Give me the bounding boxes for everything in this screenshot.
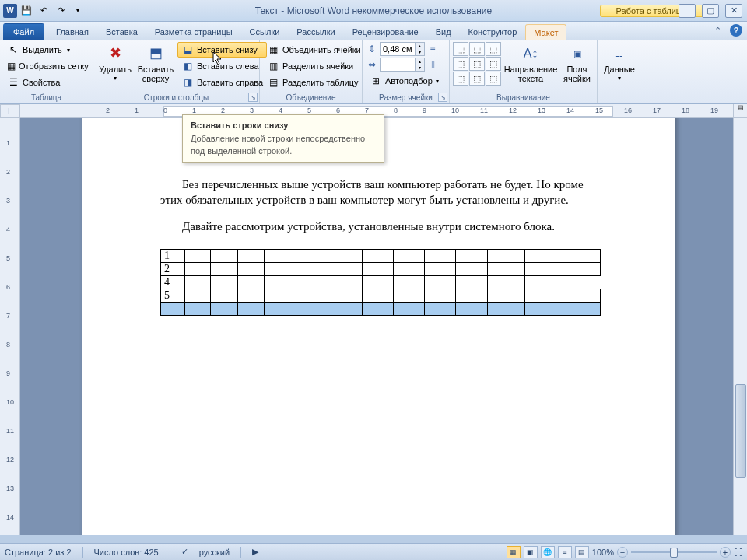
tab-table-design[interactable]: Конструктор — [460, 23, 526, 40]
table-cell[interactable] — [424, 289, 456, 302]
table-cell[interactable] — [265, 289, 363, 302]
insert-left-button[interactable]: ◧Вставить слева — [177, 58, 267, 74]
tab-page-layout[interactable]: Разметка страницы — [146, 23, 241, 40]
document-area[interactable]: 4.Видеокарта 5.Звуковая карта 6.Жесткий … — [20, 118, 733, 535]
table-cell[interactable] — [563, 262, 600, 275]
table-cell[interactable] — [394, 289, 424, 302]
col-width-field[interactable] — [381, 58, 415, 71]
insert-right-button[interactable]: ◨Вставить справа — [177, 75, 267, 90]
table-cell[interactable] — [525, 262, 563, 275]
table-cell[interactable]: 2 — [161, 262, 185, 275]
table-cell[interactable] — [525, 302, 563, 315]
view-draft[interactable]: ▤ — [575, 546, 589, 558]
spin-down-icon[interactable]: ▾ — [415, 65, 424, 71]
tab-table-layout[interactable]: Макет — [525, 24, 566, 40]
table-cell[interactable] — [211, 262, 237, 275]
row-height-field[interactable] — [381, 43, 415, 55]
split-cells-button[interactable]: ▥Разделить ячейки — [263, 58, 365, 74]
align-mr[interactable]: ⬚ — [486, 57, 501, 71]
page-status[interactable]: Страница: 2 из 2 — [5, 548, 72, 557]
table-cell[interactable] — [563, 289, 600, 302]
table-cell[interactable] — [525, 249, 563, 262]
tab-home[interactable]: Главная — [47, 23, 97, 40]
table-cell[interactable]: 4 — [161, 275, 185, 289]
table-cell[interactable] — [185, 275, 211, 289]
table-cell[interactable] — [563, 249, 600, 262]
dialog-launcher-rows-cols[interactable]: ↘ — [248, 93, 258, 102]
table-row[interactable]: 4 — [161, 275, 601, 289]
table-cell[interactable] — [265, 249, 363, 262]
scroll-thumb[interactable] — [735, 384, 746, 478]
align-ml[interactable]: ⬚ — [453, 57, 468, 71]
word-count[interactable]: Число слов: 425 — [94, 548, 159, 557]
table-cell[interactable] — [394, 262, 424, 275]
text-direction-button[interactable]: A↕ Направление текста — [506, 42, 556, 86]
table-cell[interactable] — [211, 249, 237, 262]
view-outline[interactable]: ≡ — [558, 546, 572, 558]
table-cell[interactable] — [525, 275, 563, 289]
select-button[interactable]: ↖Выделить▾ — [3, 42, 90, 58]
minimize-button[interactable]: — — [679, 4, 696, 18]
table-cell[interactable] — [394, 275, 424, 289]
table-cell[interactable] — [456, 275, 488, 289]
table-row[interactable]: 2 — [161, 262, 601, 275]
properties-button[interactable]: ☰Свойства — [3, 75, 90, 90]
align-mc[interactable]: ⬚ — [469, 57, 485, 71]
table-cell[interactable] — [161, 302, 185, 315]
col-width-input[interactable]: ▴▾ — [380, 58, 425, 72]
page[interactable]: 4.Видеокарта 5.Звуковая карта 6.Жесткий … — [82, 118, 675, 535]
table-cell[interactable] — [185, 289, 211, 302]
zoom-fit-icon[interactable]: ⛶ — [734, 548, 742, 557]
table-cell[interactable] — [185, 302, 211, 315]
row-height-input[interactable]: ▴▾ — [380, 42, 425, 56]
spellcheck-icon[interactable]: ✓ — [181, 547, 188, 557]
table-cell[interactable] — [394, 302, 424, 315]
tab-mailings[interactable]: Рассылки — [288, 23, 343, 40]
spin-up-icon[interactable]: ▴ — [415, 43, 424, 49]
zoom-out-button[interactable]: − — [617, 547, 628, 558]
table-cell[interactable] — [362, 275, 394, 289]
data-button[interactable]: ☷ Данные ▾ — [601, 42, 638, 85]
delete-button[interactable]: ✖ Удалить ▾ — [96, 42, 134, 85]
table-cell[interactable] — [237, 289, 264, 302]
view-print-layout[interactable]: ▦ — [507, 546, 521, 558]
redo-button[interactable]: ↷ — [53, 3, 68, 19]
table-row[interactable]: 5 — [161, 289, 601, 302]
table-row[interactable] — [161, 302, 601, 315]
table-cell[interactable] — [362, 289, 394, 302]
vertical-scrollbar[interactable]: ▤ — [733, 104, 747, 535]
align-bc[interactable]: ⬚ — [469, 72, 485, 86]
table-cell[interactable] — [456, 289, 488, 302]
table-cell[interactable] — [237, 302, 264, 315]
table-cell[interactable] — [487, 302, 524, 315]
table-cell[interactable] — [424, 249, 456, 262]
macro-icon[interactable]: ▶ — [252, 547, 258, 557]
table-cell[interactable] — [424, 302, 456, 315]
tab-references[interactable]: Ссылки — [241, 23, 289, 40]
table-cell[interactable] — [237, 262, 264, 275]
undo-button[interactable]: ↶ — [36, 3, 51, 19]
table-cell[interactable] — [525, 289, 563, 302]
table-cell[interactable] — [362, 262, 394, 275]
qat-customize[interactable]: ▾ — [70, 3, 86, 19]
align-tl[interactable]: ⬚ — [453, 42, 468, 56]
tab-view[interactable]: Вид — [427, 23, 460, 40]
autofit-button[interactable]: ⊞Автоподбор▾ — [366, 73, 443, 89]
table-cell[interactable] — [487, 249, 524, 262]
table-cell[interactable] — [394, 249, 424, 262]
ruler-toggle-icon[interactable]: ▤ — [734, 104, 747, 118]
cell-margins-button[interactable]: ▣ Поля ячейки — [560, 42, 594, 86]
view-fullscreen[interactable]: ▣ — [524, 546, 538, 558]
table-cell[interactable] — [456, 302, 488, 315]
table-cell[interactable] — [362, 249, 394, 262]
language-status[interactable]: русский — [199, 548, 230, 557]
tab-review[interactable]: Рецензирование — [344, 23, 427, 40]
table-cell[interactable] — [563, 302, 600, 315]
insert-below-button[interactable]: ⬓Вставить снизу — [177, 42, 267, 58]
table-cell[interactable] — [456, 249, 488, 262]
table-cell[interactable] — [362, 302, 394, 315]
insert-above-button[interactable]: ⬒ Вставить сверху — [135, 42, 176, 86]
align-br[interactable]: ⬚ — [486, 72, 501, 86]
tab-file[interactable]: Файл — [3, 23, 44, 40]
help-icon[interactable]: ? — [730, 24, 742, 37]
